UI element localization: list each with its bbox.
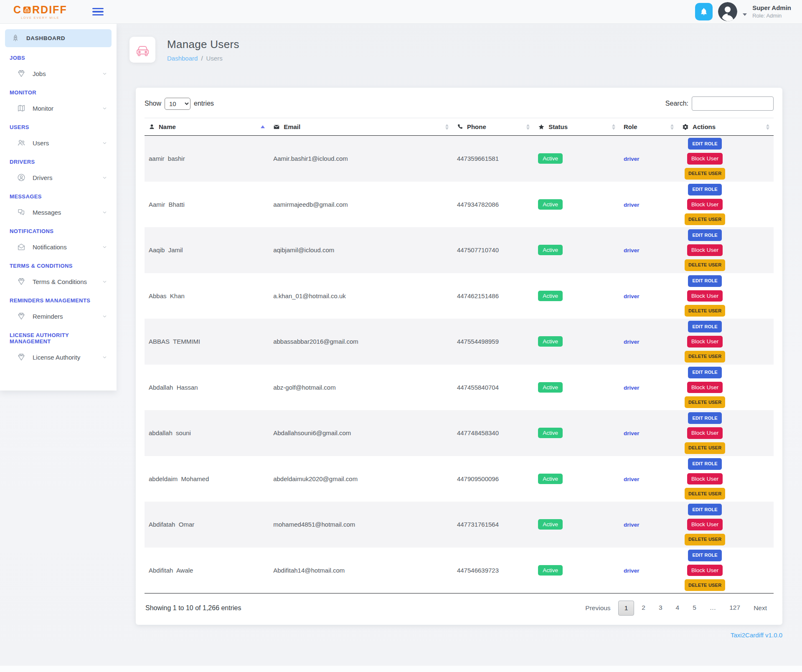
role-link[interactable]: driver — [624, 293, 640, 299]
sidebar-item-dashboard[interactable]: DASHBOARD — [5, 29, 112, 47]
delete-user-button[interactable]: DELETE USER — [685, 259, 725, 271]
edit-role-button[interactable]: EDIT ROLE — [688, 550, 721, 561]
delete-user-button[interactable]: DELETE USER — [685, 305, 725, 317]
block-user-button[interactable]: Block User — [687, 519, 723, 530]
delete-user-button[interactable]: DELETE USER — [685, 579, 725, 591]
mail-open-icon — [17, 242, 26, 251]
edit-role-button[interactable]: EDIT ROLE — [688, 184, 721, 195]
block-user-button[interactable]: Block User — [687, 336, 723, 347]
sidebar-item-label: Jobs — [33, 70, 46, 77]
block-user-button[interactable]: Block User — [687, 199, 723, 210]
user-block: Super Admin Role: Admin — [752, 4, 791, 20]
page-button-3[interactable]: 3 — [653, 601, 668, 616]
status-badge: Active — [538, 474, 563, 484]
sidebar-item-label: Reminders — [33, 313, 63, 320]
sidebar-item-terms-conditions[interactable]: Terms & Conditions — [0, 273, 117, 290]
sidebar-item-messages[interactable]: Messages — [0, 204, 117, 221]
hamburger-menu-icon[interactable] — [92, 8, 104, 15]
sort-both-icon — [766, 124, 769, 130]
page-button-2[interactable]: 2 — [636, 601, 651, 616]
page-button-5[interactable]: 5 — [687, 601, 702, 616]
user-phone-cell: 447462151486 — [453, 273, 534, 319]
delete-user-button[interactable]: DELETE USER — [685, 396, 725, 408]
role-link[interactable]: driver — [624, 522, 640, 528]
sidebar-item-reminders[interactable]: Reminders — [0, 308, 117, 325]
sidebar-item-drivers[interactable]: Drivers — [0, 169, 117, 186]
role-link[interactable]: driver — [624, 568, 640, 574]
column-label: Status — [548, 123, 568, 130]
column-header-status[interactable]: Status — [534, 118, 619, 136]
page-button-1[interactable]: 1 — [618, 601, 634, 616]
edit-role-button[interactable]: EDIT ROLE — [688, 229, 721, 241]
sidebar-section-header-drivers: DRIVERS — [0, 159, 117, 165]
role-link[interactable]: driver — [624, 385, 640, 391]
chevron-down-icon[interactable] — [743, 13, 747, 16]
user-avatar[interactable] — [718, 2, 737, 21]
user-name: Super Admin — [752, 4, 791, 12]
chevron-down-icon — [102, 175, 107, 180]
sidebar-item-monitor[interactable]: Monitor — [0, 100, 117, 117]
edit-role-button[interactable]: EDIT ROLE — [688, 367, 721, 378]
role-link[interactable]: driver — [624, 430, 640, 436]
previous-page-button[interactable]: Previous — [579, 601, 616, 615]
app-version-link[interactable]: Taxi2Cardiff v1.0.0 — [731, 631, 782, 639]
entries-label: entries — [194, 100, 214, 107]
block-user-button[interactable]: Block User — [687, 382, 723, 393]
edit-role-button[interactable]: EDIT ROLE — [688, 458, 721, 470]
sort-ascending-icon — [261, 125, 265, 128]
sidebar-item-license-authority[interactable]: License Authority — [0, 349, 117, 365]
user-email-cell: abz-golf@hotmail.com — [269, 365, 453, 411]
status-badge: Active — [538, 428, 563, 438]
sidebar-item-jobs[interactable]: Jobs — [0, 65, 117, 82]
edit-role-button[interactable]: EDIT ROLE — [688, 321, 721, 332]
role-link[interactable]: driver — [624, 247, 640, 254]
search-input[interactable] — [692, 96, 774, 111]
delete-user-button[interactable]: DELETE USER — [685, 351, 725, 363]
block-user-button[interactable]: Block User — [687, 153, 723, 165]
search-control: Search: — [665, 96, 774, 111]
page-button-127[interactable]: 127 — [723, 601, 746, 616]
chevron-down-icon — [102, 71, 107, 76]
block-user-button[interactable]: Block User — [687, 290, 723, 302]
next-page-button[interactable]: Next — [748, 601, 773, 615]
brand-logo[interactable]: C RDIFF LOVE EVERY MILE — [13, 5, 67, 19]
column-header-email[interactable]: Email — [269, 118, 453, 136]
column-header-role[interactable]: Role — [619, 118, 678, 136]
delete-user-button[interactable]: DELETE USER — [685, 213, 725, 225]
column-header-actions[interactable]: Actions — [678, 118, 774, 136]
pagination-ellipsis: … — [704, 601, 722, 616]
page-button-4[interactable]: 4 — [670, 601, 685, 616]
role-link[interactable]: driver — [624, 156, 640, 162]
sidebar: DASHBOARD JOBS Jobs MONITOR Monitor USER… — [0, 24, 117, 391]
delete-user-button[interactable]: DELETE USER — [685, 534, 725, 545]
edit-role-button[interactable]: EDIT ROLE — [688, 275, 721, 287]
gem-icon — [17, 312, 26, 321]
column-header-phone[interactable]: Phone — [453, 118, 534, 136]
edit-role-button[interactable]: EDIT ROLE — [688, 412, 721, 424]
sidebar-item-notifications[interactable]: Notifications — [0, 238, 117, 255]
block-user-button[interactable]: Block User — [687, 427, 723, 439]
role-link[interactable]: driver — [624, 476, 640, 482]
role-link[interactable]: driver — [624, 202, 640, 208]
delete-user-button[interactable]: DELETE USER — [685, 168, 725, 180]
user-phone-cell: 447554498959 — [453, 319, 534, 365]
sidebar-section-messages: MESSAGES Messages — [0, 193, 117, 221]
block-user-button[interactable]: Block User — [687, 565, 723, 576]
edit-role-button[interactable]: EDIT ROLE — [688, 504, 721, 515]
page-size-select[interactable]: 10 — [165, 98, 190, 110]
delete-user-button[interactable]: DELETE USER — [685, 488, 725, 500]
breadcrumb-dashboard-link[interactable]: Dashboard — [167, 55, 198, 62]
row-actions: EDIT ROLE Block User DELETE USER — [685, 367, 725, 408]
edit-role-button[interactable]: EDIT ROLE — [688, 138, 721, 150]
delete-user-button[interactable]: DELETE USER — [685, 442, 725, 454]
column-header-name[interactable]: Name — [145, 118, 269, 136]
sidebar-item-users[interactable]: Users — [0, 134, 117, 151]
role-link[interactable]: driver — [624, 339, 640, 345]
block-user-button[interactable]: Block User — [687, 473, 723, 485]
show-label: Show — [145, 100, 161, 107]
sidebar-section-header-license-authority: LICENSE AUTHORITY MANAGEMENT — [0, 332, 117, 345]
notifications-bell-button[interactable] — [695, 3, 713, 20]
block-user-button[interactable]: Block User — [687, 244, 723, 256]
user-name-cell: Abdallah Hassan — [145, 365, 269, 411]
pagination: Previous 12345…127 Next — [578, 601, 773, 616]
